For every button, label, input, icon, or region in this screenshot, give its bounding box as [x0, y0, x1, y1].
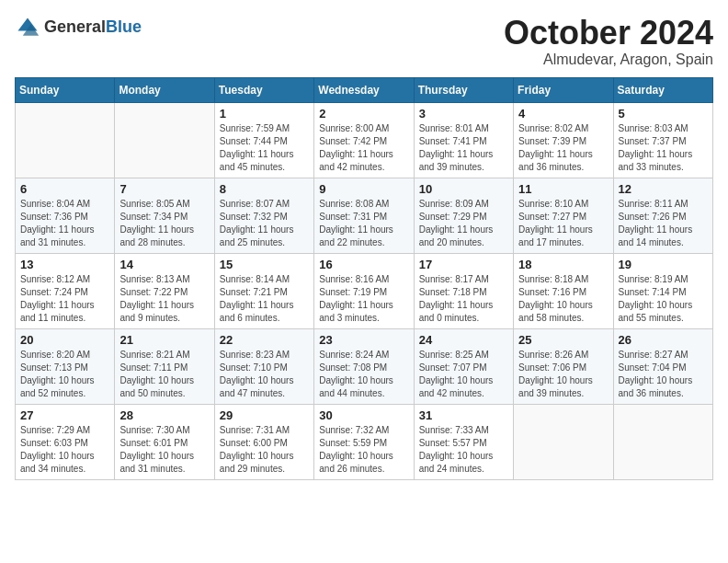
calendar-week-4: 20Sunrise: 8:20 AMSunset: 7:13 PMDayligh…	[16, 328, 713, 404]
day-number: 11	[518, 182, 608, 196]
calendar-cell: 22Sunrise: 8:23 AMSunset: 7:10 PMDayligh…	[214, 328, 313, 404]
calendar-week-1: 1Sunrise: 7:59 AMSunset: 7:44 PMDaylight…	[16, 102, 713, 178]
day-info: Sunrise: 8:10 AMSunset: 7:27 PMDaylight:…	[518, 198, 608, 249]
day-number: 18	[518, 258, 608, 271]
calendar-cell: 4Sunrise: 8:02 AMSunset: 7:39 PMDaylight…	[514, 102, 613, 178]
weekday-header-friday: Friday	[514, 77, 613, 102]
calendar-cell: 26Sunrise: 8:27 AMSunset: 7:04 PMDayligh…	[613, 328, 712, 404]
calendar-cell	[514, 404, 613, 479]
calendar-cell: 11Sunrise: 8:10 AMSunset: 7:27 PMDayligh…	[514, 178, 613, 253]
calendar-body: 1Sunrise: 7:59 AMSunset: 7:44 PMDaylight…	[16, 102, 713, 479]
weekday-header-wednesday: Wednesday	[314, 77, 414, 102]
day-info: Sunrise: 8:23 AMSunset: 7:10 PMDaylight:…	[220, 349, 309, 400]
calendar-cell	[613, 404, 712, 479]
calendar-cell: 5Sunrise: 8:03 AMSunset: 7:37 PMDaylight…	[613, 102, 712, 178]
day-info: Sunrise: 8:03 AMSunset: 7:37 PMDaylight:…	[619, 122, 708, 174]
day-info: Sunrise: 8:27 AMSunset: 7:04 PMDaylight:…	[619, 349, 708, 400]
day-info: Sunrise: 8:13 AMSunset: 7:22 PMDaylight:…	[119, 273, 209, 325]
day-info: Sunrise: 8:07 AMSunset: 7:32 PMDaylight:…	[220, 198, 309, 249]
day-number: 29	[220, 408, 309, 422]
day-number: 26	[619, 333, 708, 347]
weekday-header-sunday: Sunday	[16, 77, 115, 102]
day-info: Sunrise: 8:18 AMSunset: 7:16 PMDaylight:…	[518, 273, 608, 325]
calendar-cell: 15Sunrise: 8:14 AMSunset: 7:21 PMDayligh…	[214, 253, 313, 328]
calendar-cell: 23Sunrise: 8:24 AMSunset: 7:08 PMDayligh…	[314, 328, 414, 404]
day-number: 16	[319, 258, 408, 271]
calendar-cell: 16Sunrise: 8:16 AMSunset: 7:19 PMDayligh…	[314, 253, 414, 328]
calendar-cell: 21Sunrise: 8:21 AMSunset: 7:11 PMDayligh…	[115, 328, 214, 404]
logo: General Blue	[15, 15, 142, 40]
month-title: October 2024	[504, 15, 713, 52]
calendar-table: SundayMondayTuesdayWednesdayThursdayFrid…	[15, 77, 713, 480]
day-info: Sunrise: 7:59 AMSunset: 7:44 PMDaylight:…	[220, 122, 309, 174]
day-number: 2	[319, 107, 408, 121]
day-number: 14	[119, 258, 209, 271]
calendar-cell: 8Sunrise: 8:07 AMSunset: 7:32 PMDaylight…	[214, 178, 313, 253]
day-number: 27	[20, 408, 109, 422]
day-info: Sunrise: 8:01 AMSunset: 7:41 PMDaylight:…	[419, 122, 508, 174]
day-info: Sunrise: 8:05 AMSunset: 7:34 PMDaylight:…	[119, 198, 209, 249]
calendar-week-2: 6Sunrise: 8:04 AMSunset: 7:36 PMDaylight…	[16, 178, 713, 253]
day-info: Sunrise: 7:30 AMSunset: 6:01 PMDaylight:…	[119, 424, 209, 476]
day-number: 24	[419, 333, 508, 347]
logo-icon	[15, 15, 40, 40]
day-info: Sunrise: 8:11 AMSunset: 7:26 PMDaylight:…	[619, 198, 708, 249]
day-info: Sunrise: 8:21 AMSunset: 7:11 PMDaylight:…	[119, 349, 209, 400]
day-info: Sunrise: 8:14 AMSunset: 7:21 PMDaylight:…	[220, 273, 309, 325]
day-number: 5	[619, 107, 708, 121]
weekday-header-thursday: Thursday	[414, 77, 513, 102]
day-number: 20	[20, 333, 109, 347]
day-info: Sunrise: 8:02 AMSunset: 7:39 PMDaylight:…	[518, 122, 608, 174]
calendar-cell: 6Sunrise: 8:04 AMSunset: 7:36 PMDaylight…	[16, 178, 115, 253]
calendar-cell: 1Sunrise: 7:59 AMSunset: 7:44 PMDaylight…	[214, 102, 313, 178]
calendar-cell: 29Sunrise: 7:31 AMSunset: 6:00 PMDayligh…	[214, 404, 313, 479]
day-info: Sunrise: 7:33 AMSunset: 5:57 PMDaylight:…	[419, 424, 508, 476]
calendar-cell	[115, 102, 214, 178]
calendar-cell: 24Sunrise: 8:25 AMSunset: 7:07 PMDayligh…	[414, 328, 513, 404]
day-info: Sunrise: 8:20 AMSunset: 7:13 PMDaylight:…	[20, 349, 109, 400]
calendar-cell: 17Sunrise: 8:17 AMSunset: 7:18 PMDayligh…	[414, 253, 513, 328]
logo-text-blue: Blue	[106, 18, 142, 37]
logo-text-general: General	[44, 18, 106, 37]
day-number: 15	[220, 258, 309, 271]
calendar-cell: 7Sunrise: 8:05 AMSunset: 7:34 PMDaylight…	[115, 178, 214, 253]
weekday-header-monday: Monday	[115, 77, 214, 102]
day-number: 30	[319, 408, 408, 422]
calendar-cell: 2Sunrise: 8:00 AMSunset: 7:42 PMDaylight…	[314, 102, 414, 178]
day-number: 3	[419, 107, 508, 121]
title-area: October 2024 Almudevar, Aragon, Spain	[504, 15, 713, 68]
calendar-week-5: 27Sunrise: 7:29 AMSunset: 6:03 PMDayligh…	[16, 404, 713, 479]
day-number: 19	[619, 258, 708, 271]
day-info: Sunrise: 8:16 AMSunset: 7:19 PMDaylight:…	[319, 273, 408, 325]
day-info: Sunrise: 8:00 AMSunset: 7:42 PMDaylight:…	[319, 122, 408, 174]
calendar-cell: 9Sunrise: 8:08 AMSunset: 7:31 PMDaylight…	[314, 178, 414, 253]
day-number: 31	[419, 408, 508, 422]
calendar-cell: 3Sunrise: 8:01 AMSunset: 7:41 PMDaylight…	[414, 102, 513, 178]
calendar-week-3: 13Sunrise: 8:12 AMSunset: 7:24 PMDayligh…	[16, 253, 713, 328]
day-number: 21	[119, 333, 209, 347]
day-info: Sunrise: 8:08 AMSunset: 7:31 PMDaylight:…	[319, 198, 408, 249]
calendar-cell: 20Sunrise: 8:20 AMSunset: 7:13 PMDayligh…	[16, 328, 115, 404]
day-number: 6	[20, 182, 109, 196]
calendar-cell: 25Sunrise: 8:26 AMSunset: 7:06 PMDayligh…	[514, 328, 613, 404]
page-header: General Blue October 2024 Almudevar, Ara…	[15, 15, 713, 68]
calendar-header-row: SundayMondayTuesdayWednesdayThursdayFrid…	[16, 77, 713, 102]
calendar-cell: 12Sunrise: 8:11 AMSunset: 7:26 PMDayligh…	[613, 178, 712, 253]
calendar-cell: 10Sunrise: 8:09 AMSunset: 7:29 PMDayligh…	[414, 178, 513, 253]
day-info: Sunrise: 7:29 AMSunset: 6:03 PMDaylight:…	[20, 424, 109, 476]
day-number: 13	[20, 258, 109, 271]
day-info: Sunrise: 8:09 AMSunset: 7:29 PMDaylight:…	[419, 198, 508, 249]
day-info: Sunrise: 8:25 AMSunset: 7:07 PMDaylight:…	[419, 349, 508, 400]
day-info: Sunrise: 8:17 AMSunset: 7:18 PMDaylight:…	[419, 273, 508, 325]
calendar-cell: 13Sunrise: 8:12 AMSunset: 7:24 PMDayligh…	[16, 253, 115, 328]
weekday-header-saturday: Saturday	[613, 77, 712, 102]
day-number: 9	[319, 182, 408, 196]
day-number: 22	[220, 333, 309, 347]
day-number: 10	[419, 182, 508, 196]
day-number: 28	[119, 408, 209, 422]
day-info: Sunrise: 8:19 AMSunset: 7:14 PMDaylight:…	[619, 273, 708, 325]
calendar-cell: 19Sunrise: 8:19 AMSunset: 7:14 PMDayligh…	[613, 253, 712, 328]
calendar-cell: 31Sunrise: 7:33 AMSunset: 5:57 PMDayligh…	[414, 404, 513, 479]
calendar-cell: 18Sunrise: 8:18 AMSunset: 7:16 PMDayligh…	[514, 253, 613, 328]
day-number: 1	[220, 107, 309, 121]
